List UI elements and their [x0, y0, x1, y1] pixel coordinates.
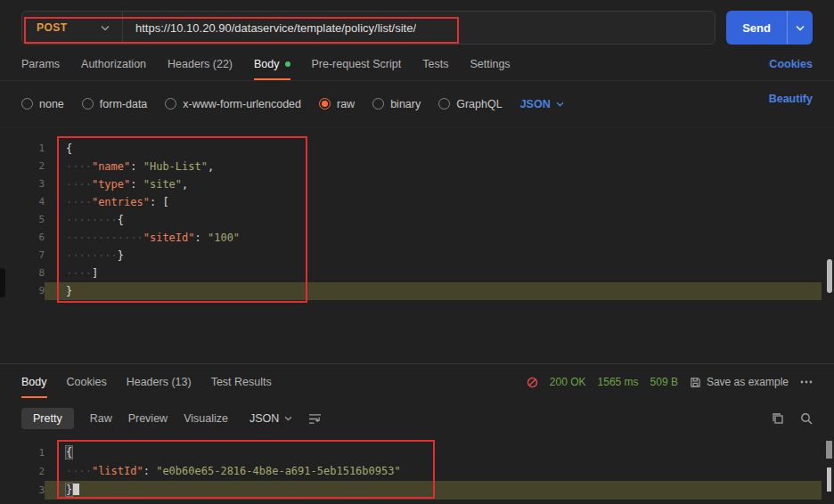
- view-visualize[interactable]: Visualize: [184, 412, 228, 425]
- response-size[interactable]: 509 B: [650, 376, 678, 388]
- code-line[interactable]: 6············"siteId": "100": [0, 229, 834, 247]
- status-code[interactable]: 200 OK: [550, 376, 586, 388]
- tab-authorization[interactable]: Authorization: [81, 58, 146, 80]
- tab-headers[interactable]: Headers (22): [168, 58, 233, 80]
- code-line[interactable]: 8····]: [0, 264, 834, 282]
- code-text: }: [45, 481, 822, 500]
- request-editor-lines: 1{2····"name": "Hub-List",3····"type": "…: [0, 140, 834, 300]
- radio-circle: [165, 98, 176, 110]
- search-icon[interactable]: [800, 412, 813, 425]
- radio-binary[interactable]: binary: [372, 98, 421, 110]
- radio-raw[interactable]: raw: [319, 98, 355, 110]
- response-tab-body[interactable]: Body: [21, 376, 47, 398]
- code-line[interactable]: 1{: [0, 443, 834, 462]
- code-line[interactable]: 2····"name": "Hub-List",: [0, 158, 834, 175]
- line-number: 9: [0, 282, 45, 300]
- body-has-content-dot: [285, 61, 290, 67]
- code-line[interactable]: 9}: [0, 282, 834, 300]
- code-text: ····"entries": [: [45, 193, 822, 211]
- response-meta: 200 OK 1565 ms 509 B Save as example: [527, 376, 813, 398]
- toolbar-right-icons: [772, 412, 813, 425]
- line-number: 5: [0, 211, 45, 229]
- response-tab-cookies[interactable]: Cookies: [67, 376, 107, 398]
- text-cursor: [73, 484, 79, 495]
- chevron-down-icon: [556, 102, 564, 107]
- view-raw[interactable]: Raw: [90, 412, 112, 425]
- radio-circle: [438, 98, 450, 110]
- tab-params[interactable]: Params: [21, 58, 60, 80]
- wrap-text-icon[interactable]: [308, 413, 322, 425]
- request-bar: POST https://10.10.20.90/dataservice/tem…: [0, 0, 834, 45]
- url-input[interactable]: https://10.10.20.90/dataservice/template…: [135, 21, 416, 35]
- method-dropdown[interactable]: POST: [22, 12, 122, 44]
- beautify-link[interactable]: Beautify: [769, 93, 813, 115]
- save-icon: [690, 377, 701, 388]
- response-editor-scrollbar[interactable]: [826, 441, 832, 459]
- body-type-options: none form-data x-www-form-urlencoded raw…: [0, 81, 834, 126]
- response-tab-headers[interactable]: Headers (13): [127, 376, 192, 398]
- response-editor-scroll-mark: [827, 467, 831, 492]
- method-label: POST: [37, 21, 68, 34]
- code-line[interactable]: 5········{: [0, 211, 834, 229]
- more-options-icon[interactable]: [800, 380, 813, 384]
- view-preview[interactable]: Preview: [128, 412, 168, 425]
- code-line[interactable]: 1{: [0, 140, 834, 158]
- response-tab-test-results[interactable]: Test Results: [211, 376, 272, 398]
- tab-settings[interactable]: Settings: [470, 58, 510, 80]
- code-text: ····"name": "Hub-List",: [45, 158, 822, 175]
- response-format-dropdown[interactable]: JSON: [249, 412, 292, 425]
- radio-graphql[interactable]: GraphQL: [438, 98, 502, 110]
- tab-pre-request-script[interactable]: Pre-request Script: [312, 58, 402, 80]
- response-time[interactable]: 1565 ms: [598, 376, 639, 388]
- chevron-down-icon: [101, 25, 110, 31]
- line-number: 2: [0, 158, 45, 175]
- radio-circle: [21, 98, 33, 110]
- postman-window: POST https://10.10.20.90/dataservice/tem…: [0, 0, 834, 504]
- line-number: 6: [0, 229, 45, 247]
- request-tabs: Params Authorization Headers (22) Body P…: [0, 45, 834, 81]
- code-text: {: [45, 140, 822, 158]
- code-line[interactable]: 3}: [0, 481, 834, 500]
- code-line[interactable]: 2····"listId": "e0b60e65-2816-4b8e-a691-…: [0, 462, 834, 481]
- code-text: }: [45, 282, 822, 300]
- code-text: ····"listId": "e0b60e65-2816-4b8e-a691-5…: [45, 462, 822, 481]
- request-editor-scrollbar[interactable]: [827, 259, 832, 293]
- line-number: 1: [0, 140, 45, 158]
- line-number: 8: [0, 264, 45, 282]
- copy-icon[interactable]: [772, 412, 784, 425]
- radio-circle: [319, 98, 331, 110]
- code-line[interactable]: 4····"entries": [: [0, 193, 834, 211]
- line-number: 7: [0, 247, 45, 264]
- radio-circle: [372, 98, 384, 110]
- code-text: ····]: [45, 264, 822, 282]
- chevron-down-icon: [284, 416, 292, 421]
- send-button[interactable]: Send: [726, 11, 813, 45]
- radio-circle: [82, 98, 94, 110]
- code-text: ········{: [45, 211, 822, 229]
- request-body-editor[interactable]: 1{2····"name": "Hub-List",3····"type": "…: [0, 126, 834, 363]
- ssl-warning-icon[interactable]: [527, 377, 538, 388]
- line-number: 4: [0, 193, 45, 211]
- tab-body[interactable]: Body: [254, 58, 290, 80]
- sidebar-collapse-handle[interactable]: [0, 268, 5, 297]
- line-number: 2: [0, 462, 45, 481]
- radio-x-www-form-urlencoded[interactable]: x-www-form-urlencoded: [165, 98, 301, 110]
- response-toolbar: Pretty Raw Preview Visualize JSON: [0, 398, 834, 438]
- view-pretty[interactable]: Pretty: [21, 408, 74, 429]
- code-line[interactable]: 7········}: [0, 247, 834, 264]
- response-body-editor[interactable]: 1{2····"listId": "e0b60e65-2816-4b8e-a69…: [0, 438, 834, 504]
- response-header: Body Cookies Headers (13) Test Results 2…: [0, 364, 834, 398]
- code-text: {: [45, 443, 822, 462]
- save-as-example-button[interactable]: Save as example: [690, 376, 789, 388]
- radio-none[interactable]: none: [21, 98, 64, 110]
- send-label: Send: [726, 11, 787, 45]
- send-options-chevron-icon[interactable]: [788, 11, 813, 45]
- body-format-dropdown[interactable]: JSON: [520, 98, 564, 110]
- cookies-link[interactable]: Cookies: [769, 58, 813, 80]
- tab-tests[interactable]: Tests: [422, 58, 448, 80]
- line-number: 1: [0, 443, 45, 462]
- code-line[interactable]: 3····"type": "site",: [0, 175, 834, 193]
- radio-form-data[interactable]: form-data: [82, 98, 148, 110]
- code-text: ············"siteId": "100": [45, 229, 822, 247]
- code-text: ····"type": "site",: [45, 175, 822, 193]
